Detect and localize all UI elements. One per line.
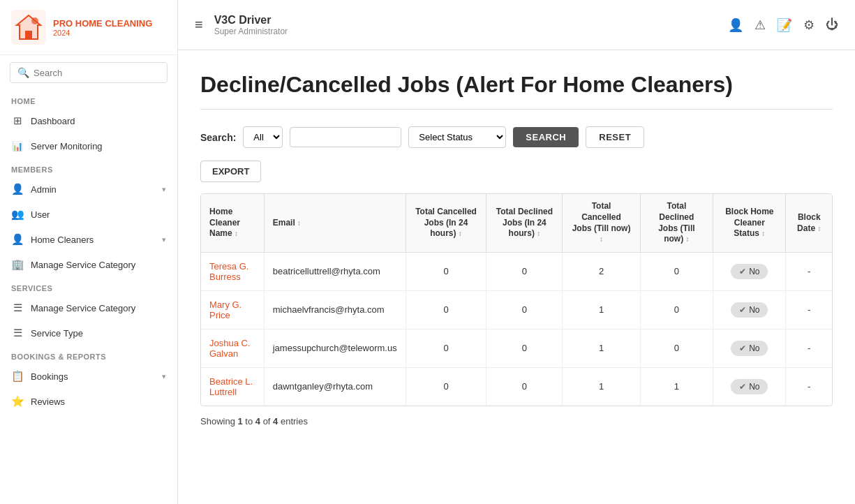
menu-icon[interactable]: ≡ [195,17,203,33]
cell-cancelled-till: 1 [563,367,640,406]
col-header-email: Email ↕ [264,194,406,252]
sidebar-item-reviews[interactable]: ⭐ Reviews [0,389,177,414]
sidebar-search-container: 🔍 [0,55,177,90]
cell-cancelled-24: 0 [406,252,486,290]
search-input[interactable] [34,68,160,78]
cell-block-date: - [786,367,832,406]
table-row: Joshua C. Galvan jamessupchurch@teleworm… [201,329,832,367]
sidebar-item-label: Dashboard [31,116,166,126]
power-icon[interactable]: ⏻ [826,17,838,32]
reviews-icon: ⭐ [11,395,24,408]
sidebar-item-home-cleaners[interactable]: 👤 Home Cleaners ▾ [0,227,177,252]
manage-service-category-icon: ☰ [11,302,24,314]
alert-icon[interactable]: ⚠ [754,17,766,33]
driver-name: V3C Driver [214,14,288,27]
cell-block-date: - [786,252,832,290]
data-table: Home Cleaner Name ↕ Email ↕ Total Cancel… [200,193,833,406]
chevron-down-icon: ▾ [162,372,166,381]
table-row: Mary G. Price michaelvfrancis@rhyta.com … [201,290,832,329]
col-header-cancelled-till: Total Cancelled Jobs (Till now) ↕ [563,194,640,252]
col-header-name: Home Cleaner Name ↕ [201,194,264,252]
cell-block-status: ✔ No [713,367,786,406]
col-header-declined-till: Total Declined Jobs (Till now) ↕ [640,194,713,252]
sidebar-item-user[interactable]: 👥 User [0,202,177,227]
cell-cancelled-24: 0 [406,367,486,406]
chevron-down-icon: ▾ [162,235,166,244]
cell-block-status: ✔ No [713,290,786,329]
svg-point-4 [31,17,38,24]
sidebar-item-manage-service-category[interactable]: ☰ Manage Service Category [0,295,177,320]
notes-icon[interactable]: 📝 [777,17,792,33]
search-button[interactable]: SEARCH [513,127,579,147]
home-cleaners-icon: 👤 [11,233,24,246]
sidebar-item-label: Bookings [31,371,155,382]
cell-declined-till: 0 [640,290,713,329]
cleaner-name-link[interactable]: Joshua C. Galvan [209,338,251,359]
block-status-badge[interactable]: ✔ No [731,302,768,318]
main-area: ≡ V3C Driver Super Administrator 👤 ⚠ 📝 ⚙… [178,0,855,504]
bookings-icon: 📋 [11,370,24,383]
cell-email: jamessupchurch@teleworm.us [264,329,406,367]
section-title-home: HOME [0,90,177,108]
admin-icon: 👤 [11,183,24,195]
cell-name: Mary G. Price [201,290,264,329]
user-icon: 👥 [11,208,24,221]
cleaner-name-link[interactable]: Teresa G. Burress [209,261,248,282]
sidebar-item-label: Home Cleaners [31,235,155,245]
search-text-input[interactable] [290,127,401,147]
gear-icon[interactable]: ⚙ [803,17,815,33]
search-bar: Search: All Select Status SEARCH RESET [200,126,833,148]
check-icon: ✔ [739,267,746,276]
export-button[interactable]: EXPORT [200,161,261,182]
logo-icon [11,10,46,45]
block-status-badge[interactable]: ✔ No [731,379,768,394]
cell-declined-24: 0 [486,290,563,329]
driver-role: Super Administrator [214,27,288,36]
search-type-select[interactable]: All [243,126,283,148]
block-status-badge[interactable]: ✔ No [731,264,768,279]
topbar: ≡ V3C Driver Super Administrator 👤 ⚠ 📝 ⚙… [178,0,855,50]
section-title-members: MEMBERS [0,158,177,177]
col-header-block-status: Block Home Cleaner Status ↕ [713,194,786,252]
page-title: Decline/Cancelled Jobs (Alert For Home C… [200,71,833,98]
dashboard-icon: ⊞ [11,114,24,127]
sidebar-item-label: Admin [31,184,155,195]
reset-button[interactable]: RESET [586,126,644,148]
user-icon[interactable]: 👤 [728,17,743,33]
cell-declined-till: 0 [640,329,713,367]
sidebar-item-label: Server Monitoring [31,141,166,151]
sidebar-item-admin[interactable]: 👤 Admin ▾ [0,177,177,202]
cell-name: Joshua C. Galvan [201,329,264,367]
sidebar-item-company[interactable]: 🏢 Manage Service Category [0,252,177,277]
cell-declined-24: 0 [486,252,563,290]
table-row: Beatrice L. Luttrell dawntganley@rhyta.c… [201,367,832,406]
sidebar-item-bookings[interactable]: 📋 Bookings ▾ [0,364,177,389]
topbar-icons: 👤 ⚠ 📝 ⚙ ⏻ [728,17,838,33]
col-header-block-date: Block Date ↕ [786,194,832,252]
check-icon: ✔ [739,343,746,353]
sidebar-item-service-type[interactable]: ☰ Service Type [0,320,177,346]
cell-declined-24: 0 [486,367,563,406]
content-area: Decline/Cancelled Jobs (Alert For Home C… [178,50,855,504]
cell-block-status: ✔ No [713,329,786,367]
cleaner-name-link[interactable]: Mary G. Price [209,299,241,320]
page-divider [200,109,833,110]
logo-year: 2024 [53,29,152,37]
cell-cancelled-24: 0 [406,290,486,329]
sidebar-item-server-monitoring[interactable]: 📊 Server Monitoring [0,133,177,158]
pagination-info: Showing 1 to 4 of 4 entries [200,416,833,427]
cell-declined-till: 0 [640,252,713,290]
sidebar-item-label: Manage Service Category [31,260,166,270]
status-select[interactable]: Select Status [408,126,506,148]
check-icon: ✔ [739,382,746,392]
cell-block-date: - [786,290,832,329]
section-title-services: SERVICES [0,277,177,295]
company-icon: 🏢 [11,258,24,271]
block-status-badge[interactable]: ✔ No [731,341,768,356]
col-header-cancelled-24: Total Cancelled Jobs (In 24 hours) ↕ [406,194,486,252]
cleaner-name-link[interactable]: Beatrice L. Luttrell [209,376,253,397]
table-row: Teresa G. Burress beatricelluttrell@rhyt… [201,252,832,290]
server-monitoring-icon: 📊 [11,140,24,152]
topbar-left: ≡ V3C Driver Super Administrator [195,14,288,36]
sidebar-item-dashboard[interactable]: ⊞ Dashboard [0,108,177,133]
